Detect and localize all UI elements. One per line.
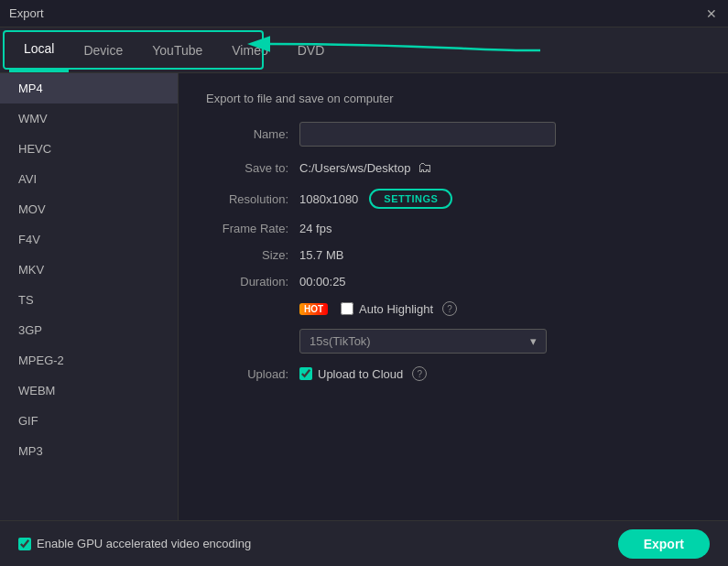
title-bar: Export ✕ <box>0 0 728 27</box>
upload-label: Upload: <box>206 367 288 381</box>
duration-value: 00:00:25 <box>299 275 346 288</box>
dropdown-chevron-icon: ▾ <box>530 334 537 348</box>
framerate-label: Frame Rate: <box>206 222 288 235</box>
auto-highlight-label: Auto Highlight <box>359 302 433 316</box>
format-item-avi[interactable]: AVI <box>0 164 178 194</box>
settings-button[interactable]: SETTINGS <box>369 189 452 209</box>
gpu-encoding-label: Enable GPU accelerated video encoding <box>37 537 251 550</box>
save-to-label: Save to: <box>206 161 288 175</box>
format-item-gif[interactable]: GIF <box>0 406 178 436</box>
tiktok-row: 15s(TikTok) ▾ <box>299 329 701 354</box>
name-row: Name: <box>206 122 701 147</box>
folder-icon[interactable]: 🗂 <box>418 159 432 176</box>
upload-help-icon[interactable]: ? <box>412 366 427 381</box>
save-path-value: C:/Users/ws/Desktop <box>299 161 410 175</box>
auto-highlight-checkbox[interactable] <box>341 302 353 315</box>
format-item-mpeg2[interactable]: MPEG-2 <box>0 345 178 376</box>
size-row: Size: 15.7 MB <box>206 248 701 262</box>
size-value: 15.7 MB <box>299 248 343 262</box>
format-item-f4v[interactable]: F4V <box>0 224 178 255</box>
name-label: Name: <box>206 127 288 141</box>
resolution-row: Resolution: 1080x1080 SETTINGS <box>206 189 701 209</box>
duration-label: Duration: <box>206 275 288 288</box>
upload-to-cloud-checkbox[interactable] <box>299 367 312 380</box>
tab-local[interactable]: Local <box>9 27 69 72</box>
framerate-value: 24 fps <box>299 222 331 235</box>
format-item-mov[interactable]: MOV <box>0 194 178 224</box>
close-button[interactable]: ✕ <box>704 6 719 21</box>
export-panel-title: Export to file and save on computer <box>206 92 701 105</box>
upload-row: Upload: Upload to Cloud ? <box>206 366 701 381</box>
format-item-mkv[interactable]: MKV <box>0 255 178 285</box>
resolution-label: Resolution: <box>206 192 288 206</box>
tab-vimeo[interactable]: Vimeo <box>217 27 282 72</box>
duration-row: Duration: 00:00:25 <box>206 275 701 288</box>
dialog-title: Export <box>9 6 44 20</box>
upload-to-cloud-label: Upload to Cloud <box>318 367 403 381</box>
bottom-bar: Enable GPU accelerated video encoding Ex… <box>0 520 728 566</box>
gpu-row: Enable GPU accelerated video encoding <box>18 537 251 550</box>
export-panel: Export to file and save on computer Name… <box>179 73 728 520</box>
format-item-3gp[interactable]: 3GP <box>0 315 178 345</box>
format-item-webm[interactable]: WEBM <box>0 376 178 406</box>
export-button[interactable]: Export <box>618 529 710 559</box>
resolution-value: 1080x1080 <box>299 192 358 206</box>
tab-youtube[interactable]: YouTube <box>137 27 217 72</box>
auto-highlight-help-icon[interactable]: ? <box>442 301 457 316</box>
save-to-row: Save to: C:/Users/ws/Desktop 🗂 <box>206 159 701 176</box>
tiktok-option-label: 15s(TikTok) <box>310 334 371 348</box>
size-label: Size: <box>206 248 288 262</box>
framerate-row: Frame Rate: 24 fps <box>206 222 701 235</box>
format-list: MP4 WMV HEVC AVI MOV F4V MKV TS 3GP MPEG… <box>0 73 179 520</box>
tab-device[interactable]: Device <box>69 27 137 72</box>
tiktok-dropdown[interactable]: 15s(TikTok) ▾ <box>299 329 547 354</box>
tab-bar: Local Device YouTube Vimeo DVD <box>0 27 728 73</box>
format-item-mp4[interactable]: MP4 <box>0 73 178 103</box>
main-content: MP4 WMV HEVC AVI MOV F4V MKV TS 3GP MPEG… <box>0 73 728 520</box>
format-item-wmv[interactable]: WMV <box>0 103 178 134</box>
gpu-encoding-checkbox[interactable] <box>18 538 31 550</box>
format-item-hevc[interactable]: HEVC <box>0 134 178 164</box>
auto-highlight-row: HOT Auto Highlight ? <box>206 301 701 316</box>
name-input[interactable] <box>299 122 556 147</box>
format-item-mp3[interactable]: MP3 <box>0 436 178 466</box>
tab-dvd[interactable]: DVD <box>283 27 340 72</box>
hot-badge: HOT <box>299 303 328 315</box>
format-item-ts[interactable]: TS <box>0 285 178 315</box>
